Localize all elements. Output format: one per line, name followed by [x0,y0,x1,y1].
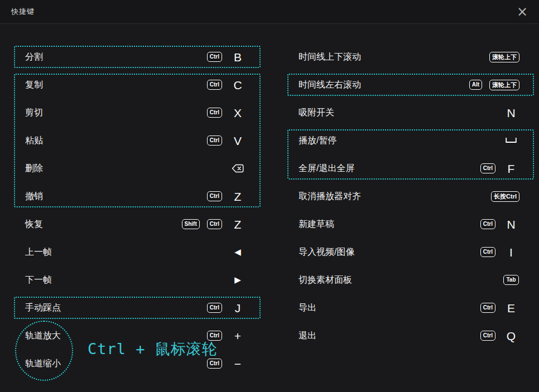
key-badge: Tab [503,275,518,285]
key-badge: Ctrl [207,80,222,90]
prev-frame-icon: ◀ [234,248,241,257]
key-slot [229,164,246,173]
shortcut-label: 导入视频/图像 [299,246,354,258]
keycap: N [507,219,515,230]
shortcut-label: 下一帧 [25,274,52,286]
key-slot [503,138,519,143]
shortcut-group: 吸附开关N [287,99,534,127]
shortcut-row: 导入视频/图像CtrlI [287,238,534,266]
keycap: C [233,79,242,91]
shortcut-keys [229,164,246,173]
key-slot: Z [229,219,246,230]
shortcut-row: 上一帧◀ [14,238,261,266]
key-badge: Ctrl [480,331,495,341]
shortcut-keys [503,138,519,143]
shortcut-row: 时间线上下滚动滚轮上下 [287,43,534,71]
key-slot: 滚轮上下 [489,80,519,90]
keycap: B [234,51,242,63]
shortcut-keys: Tab [503,275,519,285]
shortcut-label: 上一帧 [25,246,52,258]
shortcut-label: 新建草稿 [299,219,334,230]
key-slot: + [229,330,246,342]
key-slot: 滚轮上下 [489,52,519,62]
shortcut-row: 退出CtrlQ [287,322,534,350]
key-slot: N [503,107,519,119]
shortcut-column-left: 分割CtrlB复制CtrlC剪切CtrlX粘贴CtrlV删除撤销CtrlZ恢复S… [14,43,261,378]
keycap: Z [234,219,242,230]
shortcut-row: 恢复ShiftCtrlZ [14,210,261,238]
space-icon [506,138,517,143]
shortcut-label: 复制 [25,79,43,91]
key-badge: Ctrl [480,303,495,313]
keycap: J [235,302,241,314]
shortcut-keys: CtrlE [480,302,519,314]
key-badge: Shift [182,219,200,229]
shortcut-label: 全屏/退出全屏 [299,163,354,175]
shortcut-group: 取消播放器对齐长按Ctrl新建草稿CtrlN导入视频/图像CtrlI切换素材面板… [287,182,534,350]
shortcut-label: 粘贴 [25,135,43,147]
shortcut-keys: ▶ [229,276,246,284]
shortcut-row: 新建草稿CtrlN [287,210,534,238]
key-badge: Ctrl [480,163,495,173]
shortcut-row: 剪切CtrlX [14,99,261,127]
highlighted-shortcut-group: 手动踩点CtrlJ [14,294,261,322]
shortcut-keys: CtrlJ [207,302,246,314]
keycap: Q [507,330,516,342]
key-slot: ◀ [229,248,246,257]
shortcut-keys: CtrlN [480,219,519,230]
shortcut-keys: CtrlZ [207,191,246,202]
annotation-text: Ctrl + 鼠标滚轮 [88,339,218,359]
shortcut-keys: CtrlX [207,107,246,119]
shortcut-label: 分割 [25,51,43,63]
shortcut-row: 删除 [14,154,261,182]
key-slot: Tab [503,275,519,285]
shortcut-row: 全屏/退出全屏CtrlF [287,154,534,182]
key-slot: − [229,358,246,370]
shortcut-keys: Alt滚轮上下 [469,80,519,90]
shortcut-row: 复制CtrlC [14,71,261,99]
key-badge: Ctrl [207,108,222,118]
close-icon[interactable]: × [513,4,531,20]
shortcut-row: 吸附开关N [287,99,534,127]
shortcut-keys: CtrlB [207,51,246,63]
shortcut-row: 下一帧▶ [14,266,261,294]
next-frame-icon: ▶ [234,276,241,284]
shortcut-group: 恢复ShiftCtrlZ上一帧◀下一帧▶ [14,210,261,294]
shortcut-label: 删除 [25,163,43,175]
shortcut-label: 切换素材面板 [299,274,352,286]
shortcut-keys: ShiftCtrlZ [182,219,246,230]
shortcut-row: 时间线左右滚动Alt滚轮上下 [287,71,534,99]
shortcut-label: 撤销 [25,191,43,202]
key-slot: X [229,107,246,119]
key-slot: I [503,246,519,258]
shortcut-label: 时间线上下滚动 [299,51,361,63]
highlighted-shortcut-group: 播放/暂停全屏/退出全屏CtrlF [287,127,534,182]
key-slot: C [229,79,246,91]
dialog-title: 快捷键 [11,7,35,17]
shortcut-keys: N [503,107,519,119]
shortcut-label: 时间线左右滚动 [299,79,361,91]
shortcut-keys: CtrlC [207,79,246,91]
shortcut-columns: 分割CtrlB复制CtrlC剪切CtrlX粘贴CtrlV删除撤销CtrlZ恢复S… [0,24,539,378]
dialog-titlebar: 快捷键 × [0,0,539,24]
shortcut-row: 取消播放器对齐长按Ctrl [287,182,534,210]
key-badge: Ctrl [480,247,495,257]
shortcut-label: 播放/暂停 [299,135,336,147]
key-badge: Ctrl [207,191,222,201]
shortcut-label: 导出 [299,302,316,314]
shortcut-label: 吸附开关 [299,107,334,119]
keycap: N [507,107,515,119]
shortcut-row: 粘贴CtrlV [14,127,261,154]
keycap: F [508,163,515,175]
key-slot: E [503,302,519,314]
key-slot: F [503,163,519,175]
key-badge: 滚轮上下 [489,80,519,90]
key-slot: 长按Ctrl [491,191,519,202]
keycap: I [509,246,513,258]
shortcut-row: 撤销CtrlZ [14,182,261,210]
shortcut-keys: 滚轮上下 [489,52,519,62]
keycap: + [234,330,241,342]
shortcut-keys: Ctrl− [207,358,246,370]
shortcut-row: 切换素材面板Tab [287,266,534,294]
key-badge: Ctrl [207,135,222,146]
